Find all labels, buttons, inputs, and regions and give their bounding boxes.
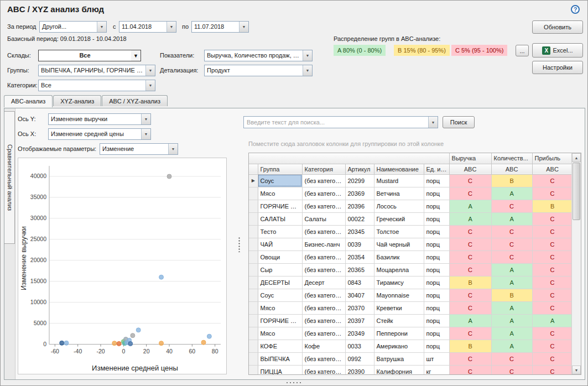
cell-name[interactable]: Ветчина <box>374 187 424 200</box>
table-row[interactable]: САЛАТЫСалаты00022ГреческийпорцAAC <box>249 212 573 225</box>
params-select[interactable]: Изменение ▼ <box>100 143 178 155</box>
cell-abc-revenue[interactable]: C <box>449 365 491 375</box>
cell-group[interactable]: Мясо <box>258 187 302 200</box>
cell-abc-quantity[interactable]: A <box>491 187 532 200</box>
cell-unit[interactable]: порц <box>424 238 449 251</box>
cell-name[interactable]: Тирамису <box>374 276 424 289</box>
cell-group[interactable]: Соус <box>258 289 302 301</box>
cell-group[interactable]: Мясо <box>258 301 302 314</box>
cell-abc-quantity[interactable]: A <box>491 276 532 289</box>
chevron-down-icon[interactable]: ▼ <box>303 65 312 76</box>
cell-abc-revenue[interactable]: C <box>449 289 491 301</box>
table-row[interactable]: ПИЦЦА(без категор...20390КалифорниякгCCC <box>249 365 573 375</box>
cell-article[interactable]: 20299 <box>345 174 374 187</box>
scrollbar-thumb[interactable] <box>573 163 580 220</box>
cell-group[interactable]: КОФЕ <box>258 340 302 352</box>
date-from-input[interactable]: 11.04.2018 ▼ <box>119 21 176 33</box>
cell-abc-profit[interactable]: C <box>532 225 573 238</box>
table-row[interactable]: ГОРЯЧИЕ БЛ...(без категор...20396Лососьп… <box>249 200 573 212</box>
settings-button[interactable]: Настройки <box>532 61 583 74</box>
cell-name[interactable]: Толстое <box>374 225 424 238</box>
cell-abc-quantity[interactable]: B <box>491 174 532 187</box>
cell-unit[interactable]: порц <box>424 212 449 225</box>
cell-group[interactable]: Соус <box>258 174 302 187</box>
table-row[interactable]: ВЫПЕЧКА(без категор...0992ВатрушкаштCCC <box>249 352 573 365</box>
cell-category[interactable]: Бизнес-ланч <box>302 238 345 251</box>
chevron-down-icon[interactable]: ▼ <box>166 22 176 32</box>
vertical-scrollbar[interactable]: ▲ ▼ <box>571 153 581 374</box>
chevron-down-icon[interactable]: ▼ <box>145 80 155 91</box>
cell-abc-profit[interactable]: C <box>532 340 573 352</box>
cell-abc-profit[interactable]: C <box>532 327 573 340</box>
table-row[interactable]: Мясо(без категор...20349ПепперонипорцCAC <box>249 327 573 340</box>
cell-abc-profit[interactable]: C <box>532 263 573 276</box>
cell-abc-profit[interactable]: C <box>532 251 573 263</box>
cell-unit[interactable]: порц <box>424 289 449 301</box>
cell-abc-quantity[interactable]: A <box>491 263 532 276</box>
cell-name[interactable]: Моцарелла <box>374 263 424 276</box>
warehouses-select[interactable]: Все ▼ <box>38 50 141 61</box>
header-unit[interactable]: Ед. изм. <box>424 164 449 174</box>
cell-name[interactable]: Калифорния <box>374 365 424 375</box>
cell-article[interactable]: 30407 <box>345 289 374 301</box>
cell-category[interactable]: (без категор... <box>302 251 345 263</box>
cell-article[interactable]: 20349 <box>345 327 374 340</box>
cell-abc-profit[interactable]: C <box>532 352 573 365</box>
distribution-more-button[interactable]: ... <box>516 45 529 56</box>
tab-comparative-analysis[interactable]: Сравнительный анализ <box>4 111 15 244</box>
help-icon[interactable]: ? <box>571 5 580 14</box>
chevron-down-icon[interactable]: ▼ <box>168 144 178 154</box>
cell-abc-profit[interactable]: C <box>532 365 573 375</box>
cell-abc-quantity[interactable]: C <box>491 352 532 365</box>
cell-category[interactable]: (без категор... <box>302 187 345 200</box>
cell-unit[interactable]: порц <box>424 327 449 340</box>
cell-group[interactable]: ДЕСЕРТЫ <box>258 276 302 289</box>
header-abc-profit[interactable]: ABC <box>532 164 573 174</box>
cell-group[interactable]: Сыр <box>258 263 302 276</box>
cell-abc-revenue[interactable]: C <box>449 187 491 200</box>
cell-abc-revenue[interactable]: C <box>449 263 491 276</box>
header-quantity-group[interactable]: Количеств... <box>491 153 532 164</box>
cell-name[interactable]: Лосось <box>374 200 424 212</box>
search-button[interactable]: Поиск <box>443 116 475 128</box>
chevron-down-icon[interactable]: ▼ <box>239 22 248 32</box>
cell-category[interactable]: (без категор... <box>302 352 345 365</box>
cell-category[interactable]: (без категор... <box>302 365 345 375</box>
cell-unit[interactable]: порц <box>424 301 449 314</box>
scatter-point[interactable] <box>117 341 121 346</box>
cell-group[interactable]: ВЫПЕЧКА <box>258 352 302 365</box>
table-row[interactable]: Тесто(без категор...20345ТолстоепорцCCC <box>249 225 573 238</box>
cell-abc-quantity[interactable]: C <box>491 200 532 212</box>
table-row[interactable]: ЧАЙБизнес-ланч0039Чай черныйпорцCCC <box>249 238 573 251</box>
cell-article[interactable]: 20345 <box>345 225 374 238</box>
date-to-input[interactable]: 11.07.2018 ▼ <box>191 21 249 33</box>
chevron-down-icon[interactable]: ▼ <box>131 50 141 61</box>
scatter-point[interactable] <box>64 341 69 345</box>
cell-category[interactable]: Салаты <box>302 212 345 225</box>
cell-abc-revenue[interactable]: B <box>449 340 491 352</box>
cell-category[interactable]: Кофе <box>302 340 345 352</box>
cell-abc-quantity[interactable]: A <box>491 212 532 225</box>
scroll-up-icon[interactable]: ▲ <box>572 153 581 162</box>
table-row[interactable]: Соус(без категор...30407MayonnaiseпорцCB… <box>249 289 573 301</box>
header-article[interactable]: Артикул <box>345 164 374 174</box>
table-row[interactable]: ГОРЯЧИЕ БЛ...(без категор...20397Стейкпо… <box>249 314 573 327</box>
table-row[interactable]: ДЕСЕРТЫДесерт0843ТирамисупорцBAC <box>249 276 573 289</box>
header-revenue-group[interactable]: Выручка <box>449 153 491 164</box>
axis-y-select[interactable]: Изменение выручки ▼ <box>48 113 151 125</box>
cell-category[interactable]: (без категор... <box>302 327 345 340</box>
cell-group[interactable]: ПИЦЦА <box>258 365 302 375</box>
table-row[interactable]: КОФЕКофе0033АмериканопорцBAC <box>249 340 573 352</box>
cell-abc-quantity[interactable]: A <box>491 327 532 340</box>
scatter-point[interactable] <box>207 334 211 338</box>
header-profit-group[interactable]: Прибыль <box>532 153 573 164</box>
cell-category[interactable]: (без категор... <box>302 200 345 212</box>
cell-abc-profit[interactable]: B <box>532 200 573 212</box>
cell-article[interactable]: 00022 <box>345 212 374 225</box>
cell-abc-quantity[interactable]: A <box>491 340 532 352</box>
cell-unit[interactable]: порц <box>424 225 449 238</box>
cell-unit[interactable]: порц <box>424 200 449 212</box>
scatter-point[interactable] <box>112 341 117 346</box>
cell-abc-revenue[interactable]: A <box>449 212 491 225</box>
chevron-down-icon[interactable]: ▼ <box>303 50 312 61</box>
